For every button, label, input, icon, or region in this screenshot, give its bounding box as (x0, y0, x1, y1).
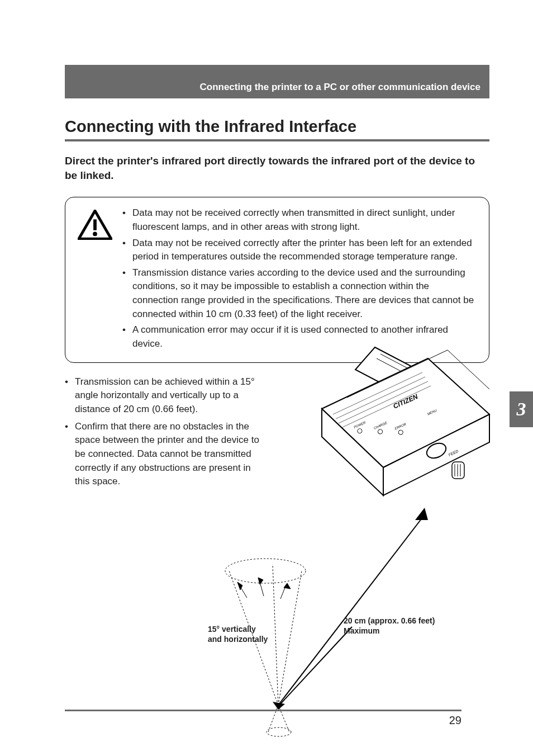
svg-line-41 (260, 582, 264, 596)
svg-line-30 (279, 627, 352, 705)
footer-rule (65, 710, 461, 711)
warning-box: Data may not be received correctly when … (65, 197, 489, 362)
warning-item: Transmission distance varies according t… (122, 266, 477, 322)
svg-point-2 (93, 232, 97, 237)
svg-marker-29 (415, 508, 428, 520)
svg-rect-24 (452, 462, 464, 479)
svg-marker-44 (284, 583, 291, 589)
svg-rect-1 (93, 220, 97, 230)
svg-marker-31 (273, 702, 285, 710)
svg-point-35 (225, 559, 306, 583)
svg-line-43 (280, 588, 285, 599)
page-number: 29 (449, 714, 461, 727)
svg-point-38 (266, 727, 291, 736)
footer: 29 (65, 710, 461, 711)
chapter-tab: 3 (510, 391, 533, 427)
angle-label-line2: and horizontally (208, 635, 268, 644)
ir-cone-diagram (207, 403, 441, 744)
warning-item: Data may not be received correctly after… (122, 237, 477, 264)
page: Connecting the printer to a PC or other … (0, 0, 533, 756)
svg-line-33 (273, 564, 278, 705)
page-title: Connecting with the Infrared Interface (65, 117, 489, 136)
angle-label-line1: 15° vertically (208, 625, 256, 634)
svg-line-37 (278, 705, 289, 732)
distance-label: 20 cm (approx. 0.66 feet) Maximum (344, 616, 435, 636)
body-row: Transmission can be achieved within a 15… (65, 375, 489, 711)
distance-label-line1: 20 cm (approx. 0.66 feet) (344, 616, 435, 625)
warning-list: Data may not be received correctly when … (122, 206, 477, 353)
svg-line-36 (268, 705, 278, 732)
ir-figure: CITIZEN POWER CHARGE ERROR MENU FEED (279, 375, 489, 711)
angle-label: 15° vertically and horizontally (208, 624, 268, 644)
subtitle: Direct the printer's infrared port direc… (65, 154, 489, 182)
section-header-bar: Connecting the printer to a PC or other … (65, 65, 489, 98)
distance-label-line2: Maximum (344, 626, 380, 635)
warning-icon (78, 206, 112, 353)
title-rule (65, 139, 489, 141)
warning-item: Data may not be received correctly when … (122, 206, 477, 234)
svg-line-28 (278, 516, 423, 705)
breadcrumb: Connecting the printer to a PC or other … (199, 82, 480, 93)
chapter-number: 3 (517, 399, 526, 420)
